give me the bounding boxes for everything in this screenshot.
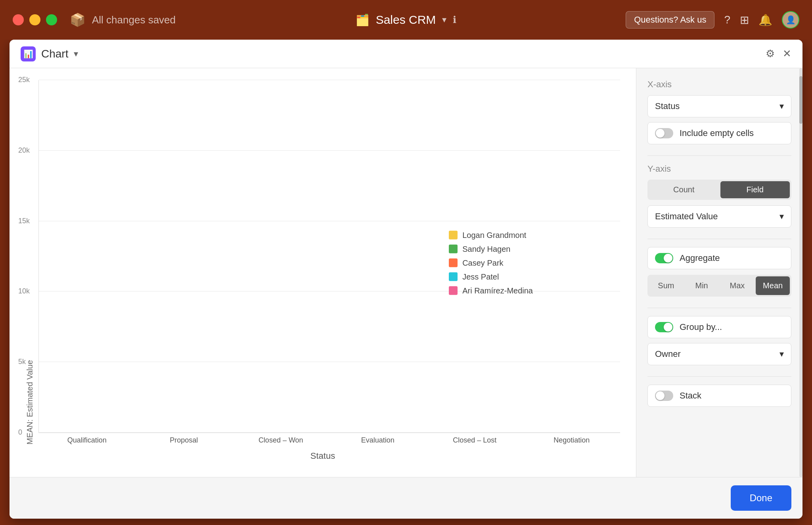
group-by-toggle-row: Group by... bbox=[647, 316, 791, 338]
minimize-button[interactable] bbox=[29, 14, 40, 25]
legend-label-jess: Jess Patel bbox=[462, 272, 499, 281]
x-axis-labels: Qualification Proposal Closed – Won Eval… bbox=[38, 436, 620, 445]
app-dropdown-icon[interactable]: ▾ bbox=[442, 15, 446, 25]
include-empty-toggle[interactable] bbox=[655, 128, 673, 138]
chart-area: MEAN: Estimated Value 25k 20k 15k bbox=[10, 68, 636, 477]
app-name: Sales CRM bbox=[376, 13, 436, 27]
scrollbar-thumb[interactable] bbox=[799, 76, 802, 124]
estimated-value-label: Estimated Value bbox=[655, 211, 718, 222]
done-btn-area: Done bbox=[10, 477, 802, 519]
x-axis-title: Status bbox=[25, 451, 620, 461]
legend-color-jess bbox=[449, 272, 458, 281]
modal-title-dropdown-icon[interactable]: ▾ bbox=[74, 49, 78, 59]
x-label-closed-lost: Closed – Lost bbox=[426, 436, 523, 445]
grid-label-25k: 25k bbox=[18, 76, 30, 84]
grid-label-15k: 15k bbox=[18, 217, 30, 225]
aggregate-label: Aggregate bbox=[680, 253, 720, 263]
aggregate-toggle-row: Aggregate bbox=[647, 247, 791, 269]
modal-chart-icon: 📊 bbox=[21, 46, 36, 61]
titlebar: 📦 All changes saved 🗂️ Sales CRM ▾ ℹ Que… bbox=[0, 0, 812, 40]
legend-item-casey: Casey Park bbox=[449, 258, 533, 267]
legend-color-casey bbox=[449, 259, 458, 267]
legend-label-ari: Ari Ramírez-Medina bbox=[462, 286, 533, 295]
divider-3 bbox=[647, 308, 791, 308]
estimated-value-dropdown[interactable]: Estimated Value ▾ bbox=[647, 205, 791, 228]
settings-icon[interactable]: ⚙ bbox=[766, 48, 775, 60]
aggregate-toggle[interactable] bbox=[655, 253, 673, 263]
titlebar-center: 🗂️ Sales CRM ▾ ℹ bbox=[356, 13, 457, 27]
chart-inner: 25k 20k 15k 10k 5k bbox=[38, 80, 620, 445]
grid-label-20k: 20k bbox=[18, 146, 30, 154]
modal-title: Chart bbox=[41, 48, 68, 60]
x-label-qualification: Qualification bbox=[38, 436, 136, 445]
aggregate-toggle-knob bbox=[664, 254, 672, 262]
scrollbar-track[interactable] bbox=[799, 68, 802, 477]
xaxis-section-title: X-axis bbox=[647, 79, 791, 90]
yaxis-section: Y-axis Count Field Estimated Value ▾ bbox=[647, 164, 791, 228]
divider-2 bbox=[647, 239, 791, 239]
legend-color-sandy bbox=[449, 245, 458, 253]
owner-dropdown[interactable]: Owner ▾ bbox=[647, 343, 791, 365]
legend-label-casey: Casey Park bbox=[462, 258, 503, 267]
legend-item-jess: Jess Patel bbox=[449, 272, 533, 281]
group-by-section: Group by... Owner ▾ bbox=[647, 316, 791, 365]
stack-toggle[interactable] bbox=[655, 391, 673, 401]
legend-label-logan: Logan Grandmont bbox=[462, 230, 526, 240]
count-segment-button[interactable]: Count bbox=[649, 181, 719, 198]
close-icon[interactable]: ✕ bbox=[783, 48, 791, 60]
stack-section: Stack bbox=[647, 385, 791, 407]
all-changes-label: All changes saved bbox=[92, 14, 176, 26]
legend-item-ari: Ari Ramírez-Medina bbox=[449, 286, 533, 295]
group-by-toggle[interactable] bbox=[655, 322, 673, 332]
group-by-label: Group by... bbox=[680, 322, 722, 332]
x-label-proposal: Proposal bbox=[136, 436, 233, 445]
legend-item-sandy: Sandy Hagen bbox=[449, 244, 533, 253]
titlebar-left: 📦 All changes saved bbox=[70, 12, 176, 27]
modal-title-area: 📊 Chart ▾ bbox=[21, 46, 78, 61]
divider-1 bbox=[647, 155, 791, 156]
titlebar-right: Questions? Ask us ? ⊞ 🔔 👤 bbox=[626, 11, 799, 29]
legend-label-sandy: Sandy Hagen bbox=[462, 244, 510, 253]
chart-modal: 📊 Chart ▾ ⚙ ✕ MEAN: Estimated Value 25k bbox=[10, 40, 802, 519]
grid-icon[interactable]: ⊞ bbox=[740, 13, 749, 27]
owner-label: Owner bbox=[655, 349, 681, 359]
field-segment-button[interactable]: Field bbox=[720, 181, 790, 198]
modal-header: 📊 Chart ▾ ⚙ ✕ bbox=[10, 40, 802, 68]
traffic-lights bbox=[13, 14, 57, 25]
legend-item-logan: Logan Grandmont bbox=[449, 230, 533, 240]
group-by-toggle-knob bbox=[664, 323, 672, 331]
owner-arrow: ▾ bbox=[779, 349, 784, 359]
x-label-closed-won: Closed – Won bbox=[232, 436, 329, 445]
grid-label-0: 0 bbox=[18, 428, 22, 437]
xaxis-dropdown[interactable]: Status ▾ bbox=[647, 95, 791, 117]
ask-us-button[interactable]: Questions? Ask us bbox=[626, 11, 714, 29]
avatar[interactable]: 👤 bbox=[782, 11, 799, 29]
x-label-evaluation: Evaluation bbox=[329, 436, 427, 445]
legend-color-ari bbox=[449, 286, 458, 295]
chart-legend: Logan Grandmont Sandy Hagen Casey Park bbox=[449, 230, 533, 295]
xaxis-section: X-axis Status ▾ Include empty cells bbox=[647, 79, 791, 144]
y-axis-label: MEAN: Estimated Value bbox=[25, 80, 34, 445]
min-button[interactable]: Min bbox=[685, 276, 719, 295]
aggregate-section: Aggregate Sum Min Max Mean bbox=[647, 247, 791, 297]
grid-label-10k: 10k bbox=[18, 287, 30, 295]
sum-button[interactable]: Sum bbox=[649, 276, 683, 295]
legend-color-logan bbox=[449, 231, 458, 240]
done-button[interactable]: Done bbox=[731, 485, 791, 511]
toggle-knob bbox=[656, 129, 665, 138]
modal-header-actions: ⚙ ✕ bbox=[766, 48, 791, 60]
stack-toggle-knob bbox=[656, 391, 665, 400]
help-icon[interactable]: ? bbox=[724, 13, 730, 26]
bell-icon[interactable]: 🔔 bbox=[758, 13, 772, 27]
chart-plot: 25k 20k 15k 10k 5k bbox=[38, 80, 620, 433]
close-button[interactable] bbox=[13, 14, 24, 25]
mean-button[interactable]: Mean bbox=[756, 276, 790, 295]
app-info-icon[interactable]: ℹ bbox=[453, 14, 456, 25]
maximize-button[interactable] bbox=[46, 14, 57, 25]
estimated-value-arrow: ▾ bbox=[779, 211, 784, 222]
max-button[interactable]: Max bbox=[720, 276, 755, 295]
stack-toggle-row: Stack bbox=[647, 385, 791, 407]
x-label-negotiation: Negotiation bbox=[523, 436, 620, 445]
divider-4 bbox=[647, 376, 791, 377]
stack-label: Stack bbox=[680, 391, 701, 401]
